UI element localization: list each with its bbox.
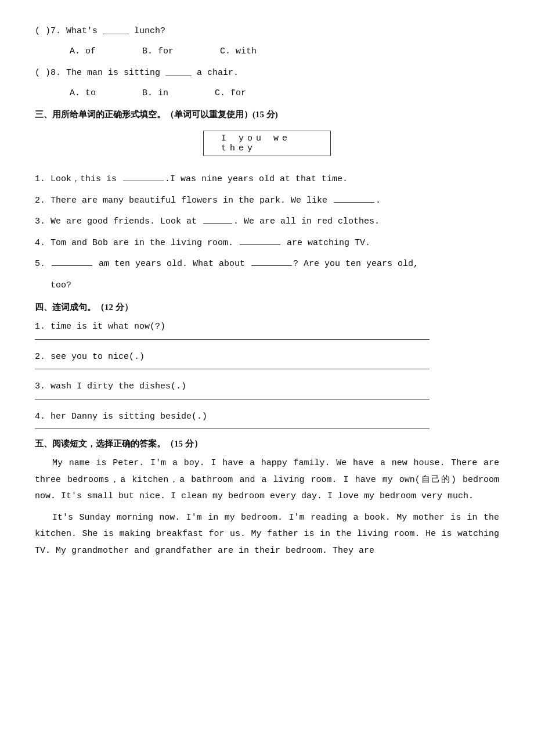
- sentence-4: 4. her Danny is sitting beside(.): [35, 409, 499, 426]
- q8-option-b: B. in: [142, 85, 168, 101]
- question-7: ( )7. What's _____ lunch?: [35, 23, 499, 39]
- q7-text: What's _____ lunch?: [66, 26, 165, 36]
- answer-line-3: [35, 399, 430, 399]
- q8-options: A. to B. in C. for: [70, 85, 499, 101]
- q8-option-a: A. to: [70, 85, 96, 101]
- fill-3: 3. We are good friends. Look at . We are…: [35, 214, 499, 231]
- fill-1: 1. Look，this is .I was nine years old at…: [35, 171, 499, 188]
- fill-5a: 5. am ten years old. What about ? Are yo…: [35, 256, 499, 273]
- fill-2: 2. There are many beautiful flowers in t…: [35, 193, 499, 210]
- answer-line-1: [35, 339, 430, 340]
- answer-line-4: [35, 429, 430, 429]
- answer-line-2: [35, 369, 430, 369]
- word-box: I you we they: [203, 131, 331, 156]
- q8-option-c: C. for: [215, 85, 246, 101]
- sentence-2: 2. see you to nice(.): [35, 349, 499, 366]
- q7-label: ( )7.: [35, 26, 61, 36]
- q7-option-a: A. of: [70, 44, 96, 59]
- q7-option-b: B. for: [142, 44, 174, 59]
- q7-option-c: C. with: [220, 44, 257, 59]
- section3-title: 三、用所给单词的正确形式填空。（单词可以重复使用）(15 分): [35, 109, 499, 120]
- q8-text: The man is sitting _____ a chair.: [66, 68, 239, 78]
- section5-title: 五、阅读短文，选择正确的答案。（15 分）: [35, 438, 499, 449]
- paragraph-2: It's Sunday morning now. I'm in my bedro…: [35, 510, 499, 560]
- q8-label: ( )8.: [35, 68, 61, 78]
- fill-4: 4. Tom and Bob are in the living room. a…: [35, 235, 499, 252]
- paragraph-1: My name is Peter. I'm a boy. I have a ha…: [35, 455, 499, 505]
- sentence-1: 1. time is it what now(?): [35, 319, 499, 336]
- q7-options: A. of B. for C. with: [70, 44, 499, 59]
- sentence-3: 3. wash I dirty the dishes(.): [35, 379, 499, 395]
- question-8: ( )8. The man is sitting _____ a chair.: [35, 65, 499, 81]
- section4-title: 四、连词成句。（12 分）: [35, 302, 499, 313]
- fill-5b: too?: [35, 278, 499, 294]
